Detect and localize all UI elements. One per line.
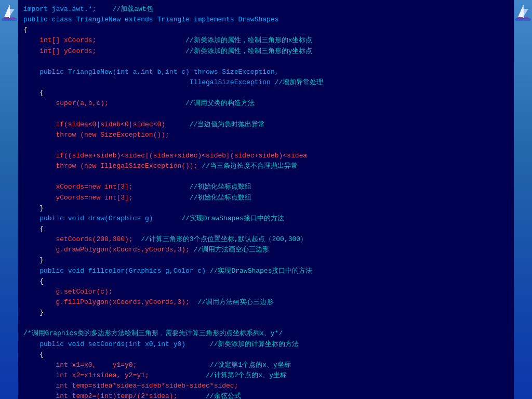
code-line: throw (new SizeException()); [23, 130, 509, 140]
code-line: super(a,b,c); //调用父类的构造方法 [23, 98, 509, 109]
code-line: g.drawPolygon(xCoords,yCoords,3); //调用方法… [23, 245, 509, 255]
code-line [23, 57, 509, 67]
svg-marker-1 [9, 9, 15, 17]
svg-rect-4 [2, 18, 17, 21]
code-line: setCoords(200,300); //计算三角形的3个点位置坐标,默认起点… [23, 234, 509, 245]
code-line: public void draw(Graphics g) //实现DrawSha… [23, 214, 509, 224]
sailboat-icon-left [2, 3, 17, 21]
code-line [23, 171, 509, 182]
code-line: { [23, 350, 509, 360]
svg-marker-0 [4, 5, 9, 17]
code-line: int[] yCoords; //新类添加的属性，绘制三角形的y坐标点 [23, 46, 509, 57]
code-line: g.setColor(c); [23, 287, 509, 297]
code-line: int temp2=(int)temp/(2*sidea); //余弦公式 [23, 391, 509, 399]
code-line: } [23, 203, 509, 214]
code-line: public class TriangleNew extends Triangl… [23, 15, 509, 25]
code-line: { [23, 88, 509, 98]
code-line: /*调用Graphics类的多边形方法绘制三角形，需要先计算三角形的点坐标系列x… [23, 328, 509, 339]
code-line: yCoords=new int[3]; //初始化坐标点数组 [23, 193, 509, 203]
main-container: import java.awt.*; //加载awt包public class … [0, 0, 532, 399]
code-line: if(sidea<0|sideb<0|sidec<0) //当边值为负时抛出异常 [23, 119, 509, 130]
code-line: public void fillcolor(Graphics g,Color c… [23, 266, 509, 276]
code-line [23, 318, 509, 328]
svg-marker-6 [523, 9, 528, 17]
code-line: } [23, 308, 509, 318]
svg-marker-5 [518, 5, 523, 17]
content-area: import java.awt.*; //加载awt包public class … [0, 0, 532, 399]
code-line: IllegalSizeException //增加异常处理 [23, 77, 509, 88]
code-panel: import java.awt.*; //加载awt包public class … [18, 0, 514, 399]
code-line: int temp=sidea*sidea+sideb*sideb-sidec*s… [23, 381, 509, 391]
right-decoration [514, 0, 532, 399]
code-line: public TriangleNew(int a,int b,int c) th… [23, 67, 509, 77]
code-line: public void setCoords(int x0,int y0) //新… [23, 339, 509, 350]
code-line: g.fillPolygon(xCoords,yCoords,3); //调用方法… [23, 297, 509, 308]
code-line: { [23, 25, 509, 35]
code-line: { [23, 224, 509, 234]
code-line: throw (new IllegalSizeException()); //当三… [23, 161, 509, 171]
code-line [23, 109, 509, 119]
code-line: { [23, 276, 509, 287]
sailboat-icon-right [515, 3, 531, 21]
code-line: if((sidea+sideb)<sidec|(sidea+sidec)<sid… [23, 151, 509, 161]
code-line: int x2=x1+sidea, y2=y1; //计算第2个点的x、y坐标 [23, 370, 509, 381]
code-line: xCoords=new int[3]; //初始化坐标点数组 [23, 182, 509, 192]
code-line: import java.awt.*; //加载awt包 [23, 4, 509, 15]
left-decoration [0, 0, 18, 399]
code-line [23, 140, 509, 151]
code-line: } [23, 255, 509, 265]
code-line: int[] xCoords; //新类添加的属性，绘制三角形的x坐标点 [23, 35, 509, 46]
code-line: int x1=x0, y1=y0; //设定第1个点的x、y坐标 [23, 360, 509, 370]
svg-rect-9 [515, 18, 531, 21]
